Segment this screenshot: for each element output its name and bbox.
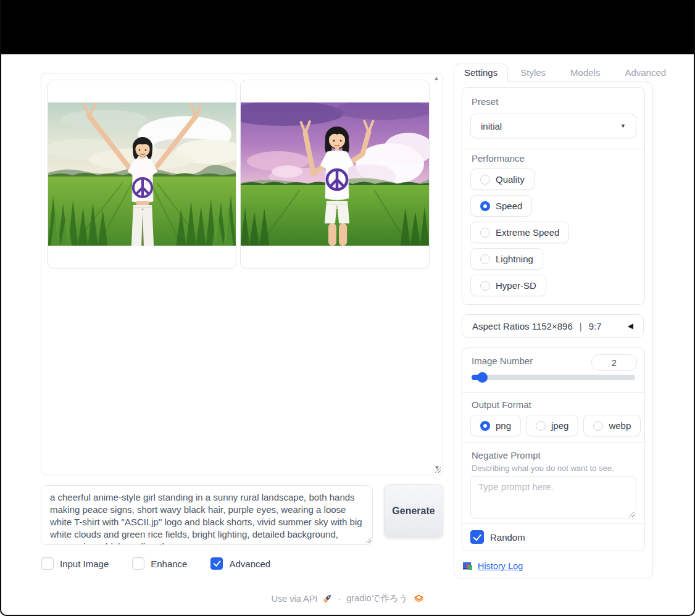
radio-icon[interactable] [593, 421, 603, 431]
gradio-logo-icon [414, 594, 424, 603]
history-log-icon [462, 562, 473, 571]
generate-button[interactable]: Generate [384, 484, 443, 538]
radio-png-label: png [496, 420, 511, 431]
radio-speed[interactable]: Speed [470, 195, 532, 217]
output-gallery[interactable]: ▲ ▼ [41, 73, 443, 475]
input-image-checkbox-icon[interactable] [41, 557, 54, 570]
aspect-ratios-label: Aspect Ratios 1152×896 [472, 321, 573, 331]
settings-tab-panel: Preset initial ▼ Performance Quality Spe… [454, 81, 653, 578]
prompt-field-wrap: a cheerful anime-style girl standing in … [41, 485, 373, 545]
radio-png[interactable]: png [470, 415, 521, 436]
generated-image-1-field-girl [48, 102, 236, 246]
random-checkbox-icon[interactable] [470, 530, 484, 544]
image-number-slider[interactable] [472, 375, 635, 380]
gallery-resize-grip[interactable] [435, 467, 441, 473]
radio-hyper-sd-label: Hyper-SD [496, 280, 536, 291]
radio-extreme-speed-label: Extreme Speed [496, 227, 559, 238]
advanced-label: Advanced [229, 559, 270, 569]
radio-extreme-speed[interactable]: Extreme Speed [470, 222, 569, 243]
performance-label: Performance [472, 153, 525, 164]
preset-performance-group: Preset initial ▼ Performance Quality Spe… [462, 87, 645, 305]
accordion-collapsed-icon: ◀ [628, 322, 633, 330]
output-format-radio-group: png jpeg webp [470, 415, 641, 436]
radio-selected-icon[interactable] [480, 201, 490, 211]
aspect-ratios-separator: | [580, 321, 582, 331]
radio-lightning[interactable]: Lightning [470, 248, 543, 270]
top-black-bar [0, 0, 695, 54]
aspect-ratios-value: 9:7 [589, 321, 602, 331]
radio-icon[interactable] [480, 175, 490, 185]
checkbox-input-image[interactable]: Input Image [41, 557, 109, 570]
slider-handle[interactable] [477, 372, 488, 383]
tab-models[interactable]: Models [558, 64, 612, 82]
divider [462, 392, 644, 393]
enhance-label: Enhance [151, 559, 187, 569]
radio-icon[interactable] [480, 281, 490, 291]
checkbox-advanced[interactable]: Advanced [210, 557, 270, 570]
gallery-image-1[interactable] [48, 80, 236, 268]
image-number-label: Image Number [472, 356, 533, 366]
negative-prompt-input[interactable] [470, 476, 636, 519]
radio-selected-icon[interactable] [480, 421, 490, 431]
radio-hyper-sd[interactable]: Hyper-SD [470, 275, 546, 296]
negative-prompt-label: Negative Prompt [472, 450, 541, 460]
negative-prompt-info: Describing what you do not want to see. [472, 464, 614, 473]
negative-prompt-resize-grip[interactable] [628, 511, 635, 518]
generated-image-2-purple-sky-girl [241, 102, 429, 246]
radio-speed-label: Speed [496, 201, 522, 211]
tab-settings[interactable]: Settings [454, 64, 508, 83]
divider [462, 149, 644, 149]
divider [462, 442, 644, 443]
radio-icon[interactable] [480, 254, 490, 264]
radio-icon[interactable] [536, 421, 546, 431]
gradio-link[interactable]: gradioで作ろう [346, 593, 407, 604]
aspect-ratios-accordion[interactable]: Aspect Ratios 1152×896 | 9:7 ◀ [462, 314, 644, 338]
enhance-checkbox-icon[interactable] [132, 557, 144, 570]
sidebar-tabs: Settings Styles Models Advanced [454, 64, 678, 82]
use-via-api-link[interactable]: Use via API [271, 594, 317, 604]
performance-radio-group: Quality Speed Extreme Speed Lightning Hy… [470, 169, 569, 296]
radio-jpeg-label: jpeg [551, 420, 568, 431]
radio-webp-label: webp [609, 420, 631, 431]
footer: Use via API · gradioで作ろう [0, 593, 695, 604]
generation-settings-group: Image Number Output Format png jpeg webp… [462, 348, 645, 551]
radio-icon[interactable] [480, 228, 490, 238]
preset-dropdown[interactable]: initial ▼ [470, 114, 636, 138]
input-image-label: Input Image [60, 559, 109, 569]
radio-jpeg[interactable]: jpeg [526, 415, 578, 436]
prompt-input[interactable]: a cheerful anime-style girl standing in … [41, 485, 373, 545]
tab-styles[interactable]: Styles [508, 64, 558, 82]
footer-separator: · [338, 594, 341, 604]
random-label: Random [490, 532, 525, 543]
radio-lightning-label: Lightning [496, 254, 533, 264]
gallery-scroll-up-icon[interactable]: ▲ [433, 75, 439, 81]
history-log-link[interactable]: History Log [478, 561, 523, 571]
radio-quality-label: Quality [496, 174, 525, 185]
preset-label: Preset [472, 96, 498, 107]
checkbox-enhance[interactable]: Enhance [132, 557, 187, 570]
chevron-down-icon: ▼ [620, 123, 626, 129]
radio-quality[interactable]: Quality [470, 169, 535, 190]
gallery-image-2[interactable] [240, 80, 430, 268]
negative-prompt-wrap [470, 476, 636, 519]
option-checkbox-row: Input Image Enhance Advanced [41, 557, 270, 570]
radio-webp[interactable]: webp [583, 415, 641, 436]
history-log-row: History Log [462, 561, 523, 571]
preset-dropdown-value: initial [481, 121, 502, 131]
prompt-resize-grip[interactable] [365, 537, 372, 544]
output-format-label: Output Format [472, 399, 531, 410]
rocket-icon [323, 594, 332, 603]
tab-advanced[interactable]: Advanced [612, 64, 678, 82]
image-number-input[interactable] [591, 354, 637, 371]
divider [462, 523, 644, 524]
advanced-checkbox-icon[interactable] [210, 557, 223, 570]
random-checkbox-row[interactable]: Random [470, 530, 525, 544]
